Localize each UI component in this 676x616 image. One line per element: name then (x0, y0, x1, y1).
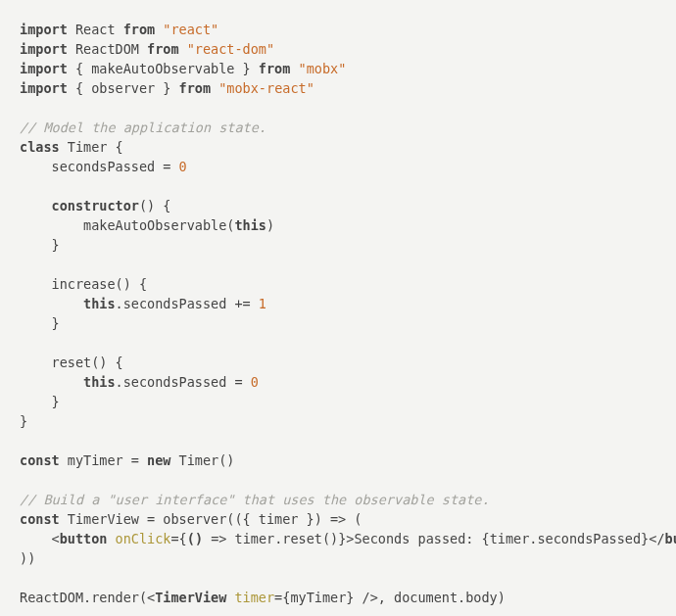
keyword-this: this (83, 374, 116, 390)
jsx-tag: TimerView (155, 590, 226, 605)
keyword-from: from (147, 41, 179, 57)
code-text: { (482, 531, 490, 546)
keyword-const: const (20, 511, 60, 527)
code-text: () { (139, 198, 171, 213)
code-text: () { (91, 355, 123, 370)
keyword-this: this (234, 217, 266, 233)
method-name: reset (20, 355, 91, 370)
code-text: myTimer = (60, 452, 147, 468)
code-text: { (179, 531, 187, 546)
code-text: timer.secondsPassed (490, 531, 641, 546)
jsx-arrow-paren: ) (195, 531, 203, 546)
keyword-import: import (20, 61, 68, 76)
code-text: Timer { (60, 139, 123, 155)
code-text: ReactDOM.render(< (20, 590, 155, 605)
code-text: } (20, 413, 27, 429)
code-text: ) (266, 217, 274, 233)
code-text (179, 41, 187, 57)
code-text: } (20, 315, 60, 331)
keyword-import: import (20, 41, 68, 57)
code-text: ) => ( (314, 511, 362, 527)
code-text (107, 531, 115, 546)
number-literal: 1 (259, 296, 266, 311)
code-text: />, (354, 590, 394, 605)
comment: // Build a "user interface" that uses th… (20, 492, 490, 507)
jsx-arrow-paren: ( (187, 531, 195, 546)
comment: // Model the application state. (20, 119, 266, 135)
code-text: React (68, 22, 123, 37)
keyword-import: import (20, 22, 68, 37)
keyword-class: class (20, 139, 60, 155)
code-text: .body) (458, 590, 506, 605)
code-text: ReactDOM (68, 41, 147, 57)
keyword-import: import (20, 80, 68, 96)
keyword-this: this (83, 296, 116, 311)
code-text: { timer } (243, 511, 314, 527)
keyword-from: from (123, 22, 156, 37)
code-text (211, 80, 218, 96)
code-text: secondsPassed = (20, 159, 179, 174)
jsx-attr: onClick (116, 531, 171, 546)
string-literal: "mobx-react" (218, 80, 314, 96)
number-literal: 0 (251, 374, 259, 390)
method-name: increase (20, 276, 116, 292)
keyword-constructor: constructor (20, 198, 139, 213)
keyword-new: new (147, 452, 170, 468)
jsx-tag: button (60, 531, 108, 546)
code-text: document (394, 590, 458, 605)
jsx-text: Seconds passed: (354, 531, 481, 546)
string-literal: "mobx" (299, 61, 347, 76)
keyword-from: from (259, 61, 291, 76)
code-text: .secondsPassed = (116, 374, 251, 390)
code-text: makeAutoObservable( (20, 217, 234, 233)
code-text: { makeAutoObservable } (68, 61, 259, 76)
code-text: } (20, 394, 60, 409)
code-text (290, 61, 298, 76)
code-text (20, 374, 83, 390)
code-text: () { (116, 276, 148, 292)
number-literal: 0 (179, 159, 187, 174)
code-text: TimerView = observer(( (60, 511, 243, 527)
code-block: import React from "react" import ReactDO… (20, 20, 656, 607)
code-text: )) (20, 550, 35, 566)
code-text: .secondsPassed += (116, 296, 259, 311)
code-text: => timer.reset() (203, 531, 338, 546)
jsx-tag: button (665, 531, 676, 546)
keyword-const: const (20, 452, 60, 468)
string-literal: "react" (163, 22, 218, 37)
code-text: { observer } (68, 80, 179, 96)
code-text: } (20, 237, 60, 253)
keyword-from: from (179, 80, 212, 96)
string-literal: "react-dom" (187, 41, 274, 57)
code-text: </ (649, 531, 664, 546)
code-text: = (170, 531, 178, 546)
code-text (20, 296, 83, 311)
code-text: myTimer (290, 590, 346, 605)
code-text: < (20, 531, 60, 546)
jsx-attr: timer (234, 590, 274, 605)
code-text: Timer() (170, 452, 234, 468)
